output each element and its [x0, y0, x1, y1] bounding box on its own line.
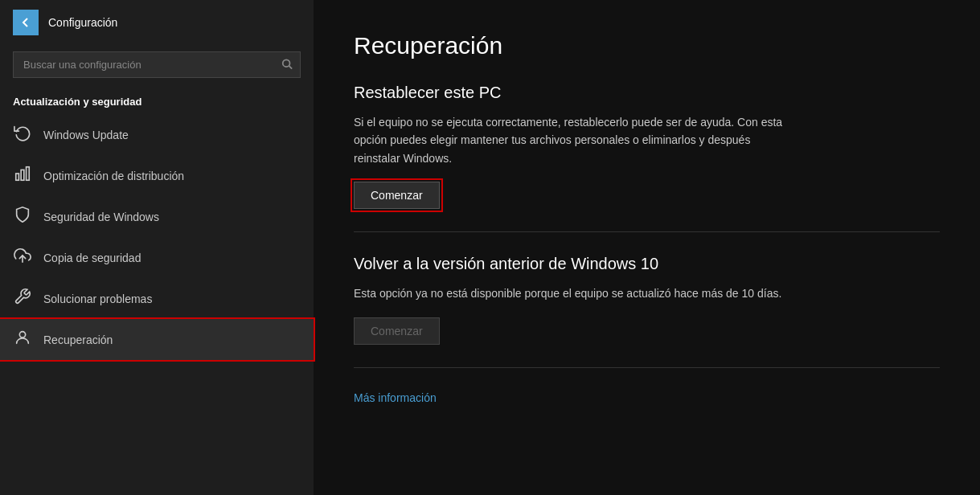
svg-rect-4 [27, 167, 30, 181]
svg-point-0 [283, 59, 290, 67]
person-icon [13, 329, 32, 350]
back-button[interactable] [13, 10, 39, 35]
divider-2 [354, 367, 940, 368]
search-icon [281, 58, 293, 72]
sidebar-header: Configuración [0, 0, 314, 45]
sidebar-item-label: Copia de seguridad [43, 252, 141, 264]
divider-1 [354, 231, 940, 232]
upload-icon [13, 247, 32, 268]
svg-rect-3 [21, 170, 24, 180]
section2-title: Volver a la versión anterior de Windows … [354, 255, 940, 273]
sidebar-item-label: Recuperación [43, 333, 113, 346]
sidebar-item-label: Solucionar problemas [43, 292, 152, 305]
sidebar-title: Configuración [48, 16, 117, 29]
search-input[interactable] [13, 51, 301, 78]
sidebar: Configuración Actualización y seguridad … [0, 0, 314, 495]
comenzar-button-1[interactable]: Comenzar [354, 182, 440, 209]
wrench-icon [13, 288, 32, 309]
search-container [0, 45, 314, 84]
section1-title: Restablecer este PC [354, 84, 940, 102]
sidebar-item-copia[interactable]: Copia de seguridad [0, 237, 314, 278]
shield-icon [13, 206, 32, 227]
svg-point-6 [19, 332, 25, 338]
chart-icon [13, 165, 32, 186]
sidebar-item-optimizacion[interactable]: Optimización de distribución [0, 155, 314, 196]
refresh-icon [13, 124, 32, 145]
section-label: Actualización y seguridad [0, 84, 314, 114]
section2-description: Esta opción ya no está disponible porque… [354, 284, 788, 302]
sidebar-item-label: Optimización de distribución [43, 170, 184, 182]
mas-informacion-link[interactable]: Más información [354, 391, 437, 404]
main-content: Recuperación Restablecer este PC Si el e… [314, 0, 980, 495]
sidebar-item-seguridad[interactable]: Seguridad de Windows [0, 196, 314, 237]
page-title: Recuperación [354, 32, 940, 59]
section1-description: Si el equipo no se ejecuta correctamente… [354, 113, 788, 167]
svg-rect-2 [16, 174, 19, 180]
sidebar-item-solucionar[interactable]: Solucionar problemas [0, 278, 314, 319]
sidebar-item-windows-update[interactable]: Windows Update [0, 114, 314, 155]
svg-line-1 [289, 66, 293, 69]
sidebar-item-label: Seguridad de Windows [43, 211, 159, 223]
comenzar-button-2: Comenzar [354, 317, 440, 345]
sidebar-item-label: Windows Update [43, 129, 129, 141]
sidebar-item-recuperacion[interactable]: Recuperación [0, 319, 314, 360]
